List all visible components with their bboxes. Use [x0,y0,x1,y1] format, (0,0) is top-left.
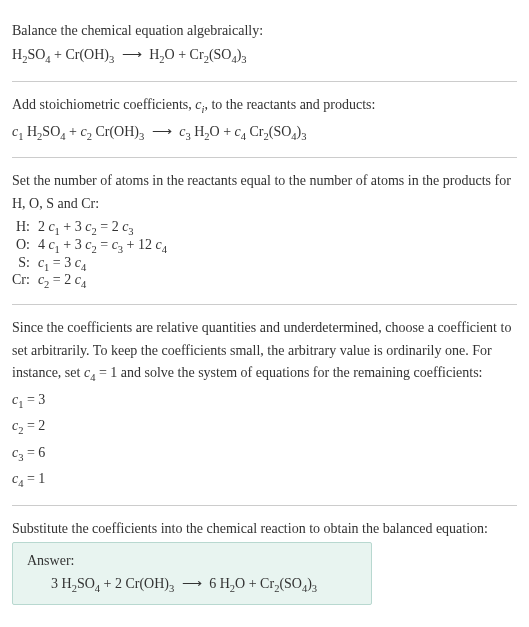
step1-text: Add stoichiometric coefficients, ci, to … [12,94,517,119]
element-label: Cr: [12,272,38,290]
step3-text: Since the coefficients are relative quan… [12,317,517,386]
answer-label: Answer: [27,553,357,569]
intro-title: Balance the chemical equation algebraica… [12,20,517,42]
element-equation: 2 c1 + 3 c2 = 2 c3 [38,219,167,237]
element-equation: 4 c1 + 3 c2 = c3 + 12 c4 [38,237,167,255]
table-row: Cr: c2 = 2 c4 [12,272,167,290]
table-row: H: 2 c1 + 3 c2 = 2 c3 [12,219,167,237]
element-equation: c2 = 2 c4 [38,272,167,290]
step2-text: Set the number of atoms in the reactants… [12,170,517,215]
element-label: S: [12,255,38,273]
coefficient-solution: c4 = 1 [12,468,517,493]
step3-section: Since the coefficients are relative quan… [12,305,517,506]
element-label: H: [12,219,38,237]
step4-text: Substitute the coefficients into the che… [12,518,517,540]
intro-equation: H2SO4 + Cr(OH)3 ⟶ H2O + Cr2(SO4)3 [12,44,517,69]
step1-equation: c1 H2SO4 + c2 Cr(OH)3 ⟶ c3 H2O + c4 Cr2(… [12,121,517,146]
intro-section: Balance the chemical equation algebraica… [12,8,517,82]
answer-equation: 3 H2SO4 + 2 Cr(OH)3 ⟶ 6 H2O + Cr2(SO4)3 [27,575,357,594]
table-row: S: c1 = 3 c4 [12,255,167,273]
step4-section: Substitute the coefficients into the che… [12,506,517,615]
table-row: O: 4 c1 + 3 c2 = c3 + 12 c4 [12,237,167,255]
coefficient-solution: c3 = 6 [12,442,517,467]
atom-balance-table: H: 2 c1 + 3 c2 = 2 c3 O: 4 c1 + 3 c2 = c… [12,219,167,290]
coefficient-solution: c1 = 3 [12,389,517,414]
coefficient-solution: c2 = 2 [12,415,517,440]
answer-box: Answer: 3 H2SO4 + 2 Cr(OH)3 ⟶ 6 H2O + Cr… [12,542,372,605]
step1-section: Add stoichiometric coefficients, ci, to … [12,82,517,158]
element-label: O: [12,237,38,255]
step2-section: Set the number of atoms in the reactants… [12,158,517,305]
element-equation: c1 = 3 c4 [38,255,167,273]
